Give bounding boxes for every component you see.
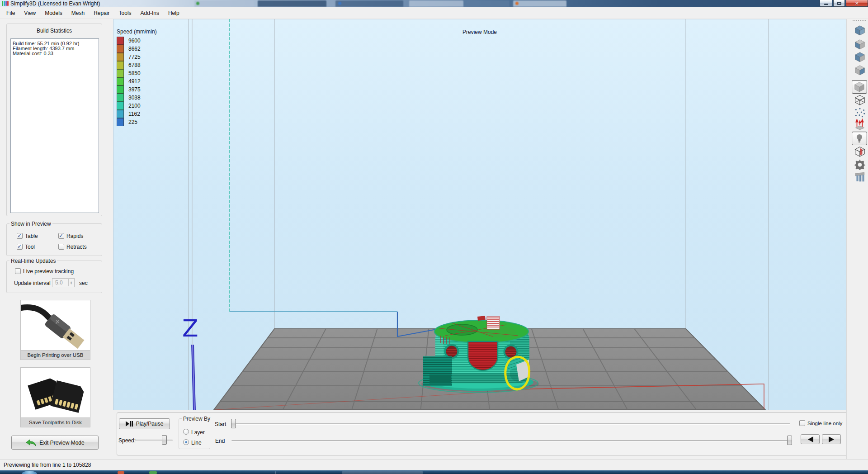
- legend-swatch: [117, 85, 124, 94]
- windows-taskbar[interactable]: [0, 470, 868, 474]
- menu-bar: File View Models Mesh Repair Tools Add-I…: [0, 7, 868, 19]
- background-favicon: [196, 2, 199, 5]
- menu-mesh[interactable]: Mesh: [67, 8, 89, 18]
- legend-value: 1162: [128, 111, 140, 117]
- single-line-only-label[interactable]: Single line only: [807, 421, 842, 426]
- support-structures-icon[interactable]: [854, 171, 866, 183]
- close-button[interactable]: ✕: [846, 0, 868, 7]
- start-slider-track[interactable]: [231, 423, 790, 425]
- build-statistics-title: Build Statistics: [7, 28, 102, 34]
- legend-swatch: [117, 53, 124, 61]
- live-preview-tracking-label[interactable]: Live preview tracking: [23, 268, 74, 275]
- point-view-icon[interactable]: [854, 107, 866, 118]
- table-checkbox-label[interactable]: Table: [25, 233, 38, 239]
- view-top-icon[interactable]: [854, 24, 866, 36]
- background-window-fragment: [258, 0, 326, 7]
- save-toolpaths-button[interactable]: Save Toolpaths to Disk: [20, 367, 90, 427]
- menu-view[interactable]: View: [19, 8, 40, 18]
- play-pause-button[interactable]: Play/Pause: [119, 418, 170, 429]
- end-slider-thumb[interactable]: [787, 436, 792, 445]
- stat-material-cost: Material cost: 0.33: [13, 51, 97, 56]
- taskbar-icon[interactable]: [149, 471, 157, 474]
- speed-slider-thumb[interactable]: [162, 435, 167, 445]
- legend-swatch: [117, 45, 124, 53]
- layer-radio-label[interactable]: Layer: [191, 429, 205, 436]
- light-bulb-icon: [854, 133, 865, 144]
- start-slider-thumb[interactable]: [231, 419, 236, 428]
- live-preview-tracking-checkbox[interactable]: [15, 268, 21, 274]
- lighting-button[interactable]: [852, 132, 867, 145]
- menu-addins[interactable]: Add-Ins: [136, 8, 164, 18]
- maximize-icon: [837, 2, 841, 5]
- toolbar-divider: [852, 78, 867, 78]
- view-right-icon[interactable]: [854, 64, 866, 76]
- legend-value: 6788: [128, 62, 141, 68]
- model-toolpaths: [419, 316, 539, 393]
- layer-radio[interactable]: [183, 429, 189, 435]
- real-time-updates-title: Real-time Updates: [9, 258, 57, 264]
- retracts-checkbox[interactable]: [58, 244, 64, 250]
- left-sidebar: Build Statistics Build time: 55.21 min (…: [0, 19, 113, 459]
- spinner-arrows-icon[interactable]: ▲▼: [68, 279, 74, 286]
- legend-row: 2100: [117, 102, 157, 110]
- legend-value: 7725: [128, 54, 141, 60]
- legend-swatch: [117, 69, 124, 77]
- legend-value: 225: [128, 119, 137, 125]
- table-checkbox[interactable]: [17, 233, 23, 239]
- exit-preview-mode-button[interactable]: Exit Preview Mode: [11, 436, 99, 450]
- tool-checkbox-label[interactable]: Tool: [25, 244, 35, 250]
- retracts-checkbox-label[interactable]: Retracts: [66, 244, 87, 250]
- menu-file[interactable]: File: [2, 8, 19, 18]
- legend-swatch: [117, 77, 124, 85]
- step-back-button[interactable]: [801, 434, 820, 444]
- legend-swatch: [117, 37, 124, 45]
- legend-swatch: [117, 94, 124, 102]
- legend-row: 7725: [117, 53, 157, 61]
- line-radio-label[interactable]: Line: [191, 440, 202, 446]
- simplify3d-logo-icon: [2, 1, 9, 6]
- update-interval-spinbox[interactable]: 5.0 ▲▼: [52, 278, 75, 287]
- single-line-only-checkbox[interactable]: [799, 420, 805, 426]
- menu-tools[interactable]: Tools: [114, 8, 136, 18]
- rapids-checkbox[interactable]: [58, 233, 64, 239]
- cross-section-icon[interactable]: [854, 146, 866, 157]
- legend-row: 5850: [117, 69, 157, 77]
- end-slider-track[interactable]: [231, 440, 792, 441]
- infill-arch: [468, 341, 498, 370]
- machine-settings-gear-icon[interactable]: [854, 158, 866, 170]
- maximize-button[interactable]: [833, 0, 845, 7]
- minimize-button[interactable]: [820, 0, 832, 7]
- status-bar: Previewing file from line 1 to 105828: [0, 459, 868, 470]
- surface-normals-icon[interactable]: [854, 118, 866, 130]
- toolbar-drag-handle[interactable]: [853, 20, 866, 21]
- show-in-preview-group: Show in Preview Table Rapids Tool Retrac…: [6, 223, 102, 256]
- view-front-icon[interactable]: [854, 38, 866, 50]
- step-forward-button[interactable]: [822, 434, 841, 444]
- preview-controls-panel: [117, 412, 848, 455]
- rapids-checkbox-label[interactable]: Rapids: [66, 233, 83, 239]
- start-orb-icon[interactable]: [22, 471, 37, 474]
- exit-preview-mode-label: Exit Preview Mode: [39, 440, 84, 446]
- legend-value: 9600: [128, 38, 141, 44]
- speed-slider-track[interactable]: [135, 440, 173, 441]
- legend-value: 4912: [128, 78, 141, 85]
- menu-help[interactable]: Help: [164, 8, 184, 18]
- tool-checkbox[interactable]: [17, 244, 23, 250]
- view-left-icon[interactable]: [854, 51, 866, 63]
- update-interval-value: 5.0: [55, 280, 63, 286]
- menu-models[interactable]: Models: [40, 8, 67, 18]
- taskbar-icon[interactable]: [118, 471, 124, 474]
- begin-printing-usb-button[interactable]: Begin Printing over USB: [20, 300, 90, 360]
- background-window-fragment: [194, 0, 254, 7]
- z-axis-indicator: Z: [182, 315, 198, 410]
- begin-printing-usb-caption: Begin Printing over USB: [21, 350, 90, 360]
- show-in-preview-title: Show in Preview: [9, 221, 52, 227]
- view-perspective-button[interactable]: [852, 80, 867, 94]
- taskbar-button[interactable]: [342, 471, 423, 474]
- legend-swatch: [117, 118, 124, 126]
- title-bar: Simplify3D (Licensed to Evan Wright) ✕: [0, 0, 868, 7]
- wireframe-view-icon[interactable]: [854, 94, 866, 106]
- menu-repair[interactable]: Repair: [89, 8, 114, 18]
- line-radio[interactable]: [183, 439, 189, 445]
- play-pause-label: Play/Pause: [136, 421, 164, 427]
